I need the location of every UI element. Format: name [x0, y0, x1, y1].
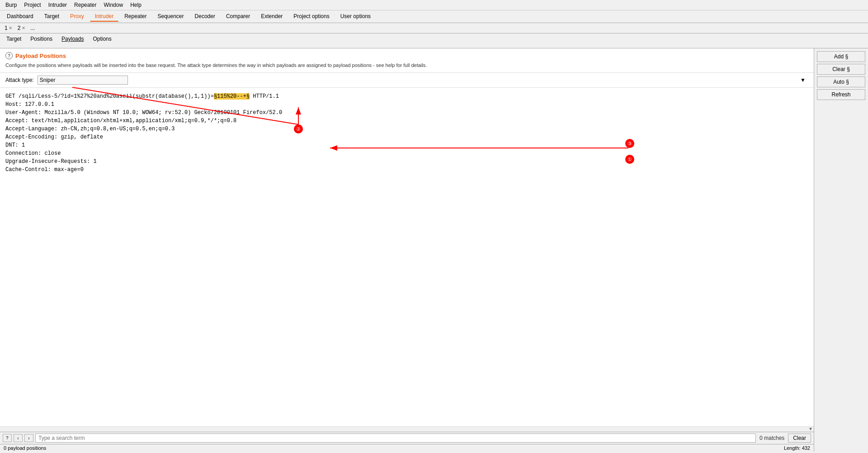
main-tab-bar: Dashboard Target Proxy Intruder Repeater… [0, 10, 868, 23]
request-line-5: Accept-Language: zh-CN,zh;q=0.8,en-US;q=… [5, 125, 808, 133]
payload-positions-count: 0 payload positions [4, 445, 46, 451]
menu-help[interactable]: Help [127, 1, 145, 9]
request-line-3: User-Agent: Mozilla/5.0 (Windows NT 10.0… [5, 109, 808, 117]
request-line-4: Accept: text/html,application/xhtml+xml,… [5, 117, 808, 125]
instance-tab-2[interactable]: 2× [15, 24, 28, 32]
sub-tab-options[interactable]: Options [88, 34, 116, 47]
request-line-7: DNT: 1 [5, 141, 808, 149]
menu-project[interactable]: Project [20, 1, 44, 9]
request-line-6: Accept-Encoding: gzip, deflate [5, 133, 808, 141]
editor-scrollbar[interactable]: ▼ [0, 426, 814, 432]
instance-tab-dots[interactable]: ... [28, 24, 38, 32]
menu-window[interactable]: Window [100, 1, 127, 9]
attack-type-label: Attack type: [5, 77, 34, 83]
nav-next-button[interactable]: › [24, 434, 33, 442]
request-line-1: GET /sqli/Less-5/?id=1%27%20and%20ascii(… [5, 92, 808, 100]
tab-intruder[interactable]: Intruder [90, 11, 118, 22]
help-button-bottom[interactable]: ? [3, 434, 12, 442]
status-bar: 0 payload positions Length: 432 [0, 444, 814, 452]
request-line-8: Connection: close [5, 149, 808, 157]
attack-type-select-wrapper: Sniper Battering ram Pitchfork Cluster b… [38, 76, 808, 85]
tab-project-options[interactable]: Project options [288, 11, 334, 22]
tab-repeater[interactable]: Repeater [119, 11, 151, 22]
sub-tab-positions[interactable]: Positions [26, 34, 57, 47]
payload-positions-title: Payload Positions [15, 52, 66, 59]
tab-target[interactable]: Target [39, 11, 64, 22]
instance-tabs: 1× 2× ... [0, 23, 868, 33]
description-text: Configure the positions where payloads w… [5, 62, 808, 69]
scroll-down-icon[interactable]: ▼ [809, 427, 812, 432]
tab-proxy[interactable]: Proxy [65, 11, 89, 22]
instance-tab-1[interactable]: 1× [2, 24, 15, 32]
menu-bar: Burp Project Intruder Repeater Window He… [0, 0, 868, 10]
clear-search-button[interactable]: Clear [788, 434, 811, 443]
tab-dashboard[interactable]: Dashboard [2, 11, 38, 22]
auto-section-button[interactable]: Auto § [817, 76, 865, 87]
refresh-button[interactable]: Refresh [817, 89, 865, 100]
tab-user-options[interactable]: User options [335, 11, 376, 22]
request-line-10: Cache-Control: max-age=0 [5, 166, 808, 174]
sub-tab-payloads[interactable]: Payloads [57, 34, 88, 47]
bottom-bar: ? ‹ › 0 matches Clear [0, 432, 814, 444]
attack-type-select[interactable]: Sniper Battering ram Pitchfork Cluster b… [38, 76, 128, 85]
tab-comparer[interactable]: Comparer [221, 11, 255, 22]
sub-tabs: Target Positions Payloads Options Start … [0, 33, 868, 48]
length-indicator: Length: 432 [784, 445, 810, 451]
right-panel: Add § Clear § Auto § Refresh [814, 48, 868, 452]
request-line-9: Upgrade-Insecure-Requests: 1 [5, 157, 808, 166]
menu-burp[interactable]: Burp [2, 1, 20, 9]
menu-intruder[interactable]: Intruder [45, 1, 71, 9]
tab-sequencer[interactable]: Sequencer [153, 11, 189, 22]
search-input[interactable] [35, 434, 756, 443]
request-line-2: Host: 127.0.0.1 [5, 100, 808, 109]
matches-count: 0 matches [758, 435, 786, 441]
menu-repeater[interactable]: Repeater [71, 1, 100, 9]
attack-type-row: Attack type: Sniper Battering ram Pitchf… [0, 73, 814, 88]
left-panel: ? Payload Positions Configure the positi… [0, 48, 814, 452]
tab-extender[interactable]: Extender [256, 11, 288, 22]
tab-decoder[interactable]: Decoder [190, 11, 220, 22]
help-icon[interactable]: ? [5, 52, 13, 59]
header-title: ? Payload Positions [5, 52, 808, 59]
header-area: ? Payload Positions Configure the positi… [0, 48, 814, 73]
clear-section-button[interactable]: Clear § [817, 64, 865, 75]
main-content: ? Payload Positions Configure the positi… [0, 48, 868, 452]
sub-tab-target[interactable]: Target [2, 34, 26, 47]
request-editor[interactable]: GET /sqli/Less-5/?id=1%27%20and%20ascii(… [0, 88, 814, 426]
add-section-button[interactable]: Add § [817, 51, 865, 62]
nav-prev-button[interactable]: ‹ [14, 434, 23, 442]
payload-highlight: §115%20--+§ [214, 93, 250, 100]
chevron-down-icon: ▼ [800, 77, 806, 83]
